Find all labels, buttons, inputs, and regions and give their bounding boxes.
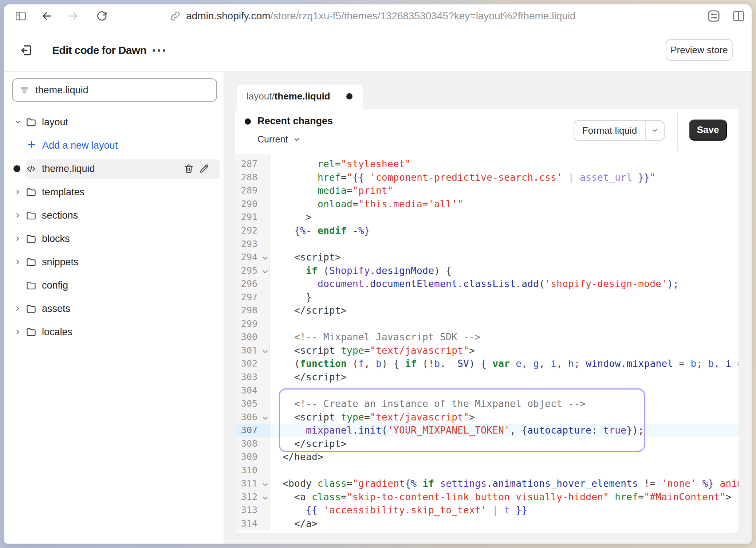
sidebar-item-theme-liquid[interactable]: theme.liquid [4, 159, 224, 178]
code-line-306[interactable]: 306 <script type="text/javascript"> [235, 411, 739, 424]
sidebar-item-blocks[interactable]: blocks [4, 229, 224, 248]
code-line-295[interactable]: 295 if (Shopify.designMode) { [235, 264, 739, 278]
code-line-312[interactable]: 312 <a class="skip-to-content-link butto… [235, 490, 739, 504]
chevron-right-icon[interactable] [14, 258, 22, 266]
fold-chevron-icon[interactable] [263, 348, 268, 353]
url-text: admin.shopify.com/store/rzq1xu-f5/themes… [186, 10, 576, 22]
code-line-287[interactable]: 287 rel="stylesheet" [235, 157, 739, 171]
chevron-right-icon[interactable] [14, 328, 22, 336]
code-text: <script> [270, 251, 739, 264]
code-line-289[interactable]: 289 media="print" [235, 184, 739, 197]
more-actions-button[interactable] [149, 43, 169, 58]
code-text: {%- endif -%} [270, 224, 739, 238]
code-line-303[interactable]: 303 </script> [235, 371, 739, 384]
tab-theme-liquid[interactable]: layout/theme.liquid [237, 85, 363, 109]
sidebar-toggle-icon[interactable] [14, 4, 28, 28]
forward-icon[interactable] [66, 4, 80, 28]
gutter-cell: 288 [235, 171, 270, 184]
chevron-down-icon[interactable] [14, 118, 22, 126]
sidebar-item-label: templates [42, 187, 84, 198]
code-line-300[interactable]: 300 <!-- Mixpanel Javascript SDK --> [235, 330, 739, 344]
code-line-299[interactable]: 299 [235, 317, 739, 331]
code-line-311[interactable]: 311 <body class="gradient{% if settings.… [235, 477, 739, 490]
editor-main: layout/theme.liquid Recent changes Curre… [224, 72, 752, 544]
code-line-293[interactable]: 293 [235, 238, 739, 251]
exit-icon[interactable] [19, 43, 34, 58]
fold-chevron-icon[interactable] [263, 415, 268, 420]
chevron-right-icon[interactable] [14, 235, 22, 243]
code-line-294[interactable]: 294 <script> [235, 251, 739, 264]
extensions-icon[interactable] [706, 4, 722, 28]
version-label: Current [257, 134, 288, 145]
code-text: </script> [270, 304, 739, 317]
sidebar-item-locales[interactable]: locales [4, 322, 224, 341]
back-icon[interactable] [40, 4, 54, 28]
sidebar-item-sections[interactable]: sections [4, 206, 224, 225]
sidebar-item-assets[interactable]: assets [4, 299, 224, 318]
format-liquid-button[interactable]: Format liquid [574, 120, 665, 141]
gutter-cell: 286 [235, 154, 270, 157]
code-text [270, 317, 739, 331]
code-line-302[interactable]: 302 (function (f, b) { if (!b.__SV) { va… [235, 357, 739, 371]
gutter-cell: 311 [235, 477, 270, 490]
sidebar-item-snippets[interactable]: snippets [4, 253, 224, 271]
code-line-308[interactable]: 308 </script> [235, 437, 739, 451]
file-search-input[interactable]: theme.liquid [12, 78, 217, 102]
chevron-right-icon[interactable] [14, 305, 22, 313]
split-view-icon[interactable] [731, 4, 747, 28]
preview-store-button[interactable]: Preview store [666, 39, 733, 61]
line-number: 293 [241, 238, 257, 251]
code-line-314[interactable]: 314 </a> [235, 517, 739, 531]
code-line-298[interactable]: 298 </script> [235, 304, 739, 317]
reload-icon[interactable] [95, 4, 109, 28]
url-bar[interactable]: admin.shopify.com/store/rzq1xu-f5/themes… [169, 4, 576, 28]
code-text: (function (f, b) { if (!b.__SV) { var e,… [270, 357, 739, 371]
version-dropdown[interactable]: Current [257, 134, 301, 145]
code-line-292[interactable]: 292 {%- endif -%} [235, 224, 739, 238]
gutter-cell: 298 [235, 304, 270, 317]
code-line-297[interactable]: 297 } [235, 291, 739, 304]
code-line-296[interactable]: 296 document.documentElement.classList.a… [235, 277, 739, 291]
filter-icon [19, 85, 30, 95]
code-text: <body class="gradient{% if settings.anim… [270, 477, 739, 490]
editor-card: Recent changes Current Format liquid Sav… [235, 109, 739, 533]
toolbar-separator [677, 112, 678, 151]
gutter-cell: 309 [235, 450, 270, 464]
sidebar-item-config[interactable]: config [4, 276, 224, 295]
code-line-304[interactable]: 304 [235, 384, 739, 398]
code-line-288[interactable]: 288 href="{{ 'component-predictive-searc… [235, 171, 739, 184]
delete-file-icon[interactable] [183, 163, 194, 175]
fold-chevron-icon[interactable] [263, 268, 268, 273]
code-editor[interactable]: 286 <link287 rel="stylesheet"288 href="{… [235, 154, 739, 533]
code-line-309[interactable]: 309 </head> [235, 450, 739, 464]
sidebar-item-layout[interactable]: layout [4, 113, 224, 132]
gutter-cell: 294 [235, 251, 270, 264]
code-line-310[interactable]: 310 [235, 464, 739, 477]
code-text: <a class="skip-to-content-link button vi… [270, 490, 739, 504]
chevron-right-icon[interactable] [14, 188, 22, 196]
code-line-291[interactable]: 291 > [235, 211, 739, 224]
rename-file-icon[interactable] [198, 163, 210, 175]
code-line-313[interactable]: 313 {{ 'accessibility.skip_to_text' | t … [235, 504, 739, 517]
sidebar-item-templates[interactable]: templates [4, 183, 224, 201]
code-line-307[interactable]: 307 mixpanel.init('YOUR_MIXPANEL_TOKEN',… [235, 424, 739, 437]
line-number: 286 [241, 154, 257, 157]
save-button[interactable]: Save [689, 120, 727, 141]
code-line-301[interactable]: 301 <script type="text/javascript"> [235, 344, 739, 357]
folder-icon [25, 280, 37, 291]
fold-chevron-icon[interactable] [263, 255, 268, 260]
tab-modified-dot [346, 93, 353, 99]
format-dropdown-chevron[interactable] [646, 121, 664, 140]
tab-label: layout/theme.liquid [247, 85, 330, 108]
fold-chevron-icon[interactable] [263, 481, 268, 486]
line-number: 298 [241, 304, 257, 317]
sidebar-action-add-a-new-layout[interactable]: Add a new layout [4, 136, 224, 155]
fold-chevron-icon[interactable] [263, 494, 268, 500]
code-line-286[interactable]: 286 <link [235, 154, 739, 157]
line-number: 307 [241, 424, 257, 437]
code-line-290[interactable]: 290 onload="this.media='all'" [235, 197, 739, 211]
code-line-305[interactable]: 305 <!-- Create an instance of the Mixpa… [235, 397, 739, 411]
editor-toolbar: Recent changes Current Format liquid Sav… [235, 109, 739, 154]
sidebar-item-label: theme.liquid [42, 163, 95, 175]
chevron-right-icon[interactable] [14, 211, 22, 219]
